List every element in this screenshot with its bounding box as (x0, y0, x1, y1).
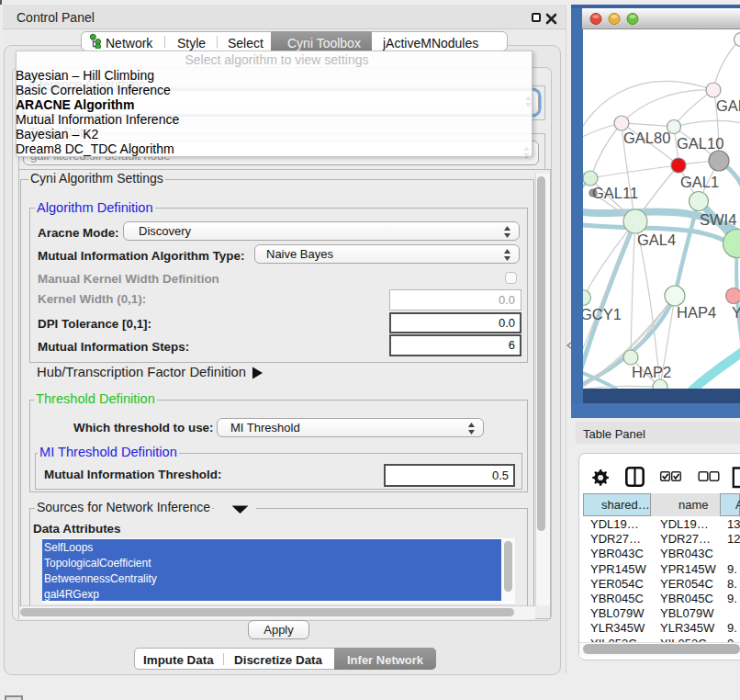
svg-text:GAL10: GAL10 (677, 135, 723, 152)
svg-text:GAL: GAL (716, 97, 740, 114)
svg-text:GAL1: GAL1 (680, 174, 719, 190)
svg-text:GAL11: GAL11 (592, 185, 638, 201)
svg-text:Y: Y (732, 304, 740, 321)
svg-text:HAP4: HAP4 (677, 304, 716, 321)
svg-text:GAL4: GAL4 (637, 231, 676, 248)
svg-text:SWI4: SWI4 (700, 211, 736, 228)
svg-text:GAL80: GAL80 (623, 130, 670, 146)
svg-text:HAP2: HAP2 (632, 364, 671, 380)
svg-text:GCY1: GCY1 (580, 306, 622, 322)
